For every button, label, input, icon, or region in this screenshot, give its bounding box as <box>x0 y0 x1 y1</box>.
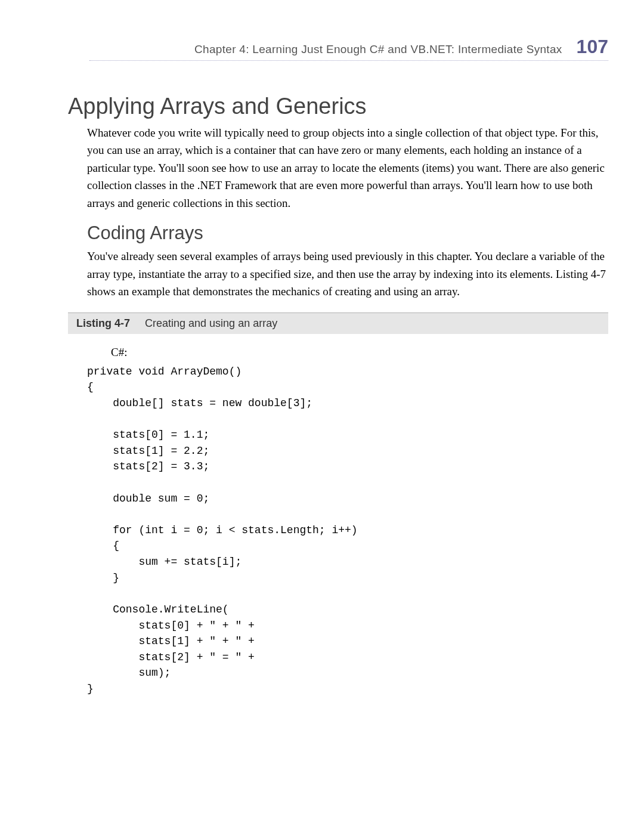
page-header: Chapter 4: Learning Just Enough C# and V… <box>89 36 608 61</box>
page-number: 107 <box>577 36 608 58</box>
section-paragraph: Whatever code you write will typically n… <box>87 124 608 212</box>
listing-label: Listing 4-7 <box>76 317 130 329</box>
subsection-heading: Coding Arrays <box>87 222 608 244</box>
listing-header-bar: Listing 4-7 Creating and using an array <box>68 313 608 334</box>
code-block: private void ArrayDemo() { double[] stat… <box>87 364 608 697</box>
content-area: Applying Arrays and Generics Whatever co… <box>68 94 608 697</box>
section-heading: Applying Arrays and Generics <box>68 94 608 119</box>
subsection-paragraph: You've already seen several examples of … <box>87 247 608 300</box>
code-language-label: C#: <box>111 346 608 359</box>
listing-caption: Creating and using an array <box>145 317 277 329</box>
chapter-label: Chapter 4: Learning Just Enough C# and V… <box>194 43 562 56</box>
